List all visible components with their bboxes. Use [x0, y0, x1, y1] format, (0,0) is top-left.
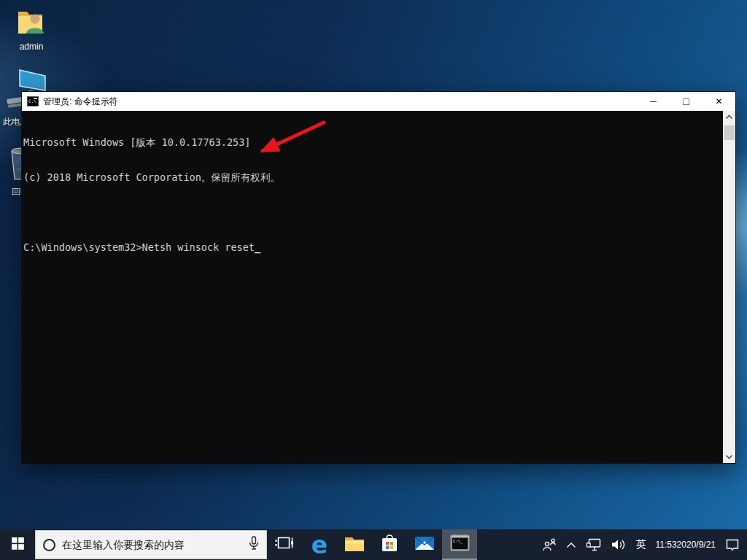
desktop: admin 此电脑 回收站 C:\ 管理员: 命令提示符 [0, 0, 747, 560]
task-view-button[interactable] [267, 529, 302, 560]
mail-icon [414, 535, 435, 554]
clock[interactable]: 11:53 2020/9/21 [655, 540, 716, 551]
start-button[interactable] [0, 529, 35, 560]
console-prompt-line: C:\Windows\system32>Netsh winsock reset_ [23, 241, 721, 253]
cmd-titlebar[interactable]: C:\ 管理员: 命令提示符 ─ □ ✕ [22, 92, 735, 111]
store-button[interactable] [372, 529, 407, 560]
maximize-button[interactable]: □ [670, 92, 703, 111]
scrollbar-thumb[interactable] [724, 125, 735, 140]
edge-icon: e [311, 533, 328, 557]
console-line: (c) 2018 Microsoft Corporation。保留所有权利。 [23, 171, 721, 183]
desktop-icon-admin[interactable]: admin [10, 7, 53, 52]
action-center-icon[interactable] [725, 538, 740, 552]
clock-date: 2020/9/21 [677, 540, 716, 551]
ime-indicator[interactable]: 英 [635, 538, 646, 551]
chevron-up-icon[interactable] [566, 542, 576, 548]
file-explorer-button[interactable] [337, 529, 372, 560]
network-icon[interactable] [586, 538, 602, 551]
cortana-icon [43, 539, 55, 551]
console-output[interactable]: Microsoft Windows [版本 10.0.17763.253] (c… [22, 111, 735, 463]
file-explorer-icon [344, 534, 365, 555]
clock-time: 11:53 [655, 540, 676, 551]
people-icon[interactable] [542, 538, 557, 551]
cmd-window: C:\ 管理员: 命令提示符 ─ □ ✕ Microsoft Windows [… [22, 92, 735, 463]
store-icon [380, 534, 399, 556]
text-cursor: _ [255, 241, 260, 253]
scroll-down-icon[interactable] [723, 451, 735, 463]
user-folder-icon [15, 26, 47, 39]
scroll-up-icon[interactable] [723, 111, 735, 123]
taskbar: e [0, 529, 747, 560]
microphone-icon[interactable] [249, 536, 259, 553]
desktop-icon-label: admin [10, 42, 53, 52]
minimize-button[interactable]: ─ [637, 92, 670, 111]
system-tray: 英 11:53 2020/9/21 [542, 529, 747, 560]
close-button[interactable]: ✕ [703, 92, 735, 111]
cmd-icon: C:\_ [450, 534, 470, 554]
volume-icon[interactable] [611, 539, 626, 551]
console-line [23, 206, 721, 218]
cmd-taskbar-button[interactable]: C:\_ [442, 529, 477, 560]
cmd-app-icon: C:\ [27, 96, 39, 106]
mail-button[interactable] [407, 529, 442, 560]
window-title: 管理员: 命令提示符 [43, 96, 637, 108]
edge-button[interactable]: e [302, 529, 337, 560]
command-text: C:\Windows\system32>Netsh winsock reset [23, 241, 255, 253]
console-scrollbar[interactable] [723, 111, 735, 463]
windows-logo-icon [12, 537, 24, 553]
window-controls: ─ □ ✕ [637, 92, 735, 111]
task-view-icon [275, 535, 294, 554]
console-line: Microsoft Windows [版本 10.0.17763.253] [23, 136, 721, 148]
console-text: Microsoft Windows [版本 10.0.17763.253] (c… [23, 113, 721, 276]
taskbar-search[interactable] [35, 530, 267, 559]
svg-text:C:\_: C:\_ [453, 539, 463, 544]
search-input[interactable] [62, 539, 242, 551]
